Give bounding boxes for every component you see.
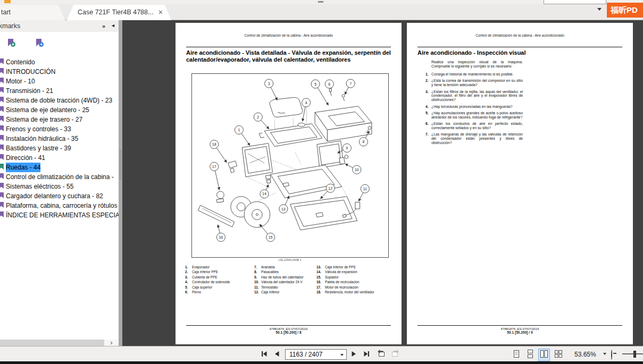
callout-15: 15	[266, 233, 275, 241]
panel-expand-icon[interactable]: »	[102, 23, 105, 29]
svg-text:6: 6	[328, 82, 330, 86]
continuous-facing-view-button[interactable]	[554, 350, 563, 360]
goto-bookmark-icon[interactable]	[36, 38, 44, 47]
toolbar-fragment-dash	[318, 1, 323, 3]
checklist-item: 6.¿Están los conductos de aire en perfec…	[425, 122, 524, 130]
continuous-view-button[interactable]	[526, 350, 535, 360]
header-rule	[417, 47, 622, 47]
bookmark-label: Sistema de eje trasero - 27	[6, 115, 82, 124]
first-page-button[interactable]	[260, 350, 268, 360]
zoom-slider[interactable]	[622, 353, 643, 354]
svg-text:16: 16	[219, 235, 223, 239]
tab-document[interactable]: Case 721F Tier4B 4788... ×	[67, 5, 171, 20]
bookmark-icon	[0, 143, 4, 153]
bookmark-item-selected[interactable]: Ruedas - 44	[0, 163, 119, 172]
panel-collapse-icon[interactable]: ◄	[111, 23, 115, 28]
zoom-out-button[interactable]	[611, 350, 612, 360]
single-page-view-button[interactable]	[512, 350, 521, 360]
bookmark-item[interactable]: Bastidores y lastre - 39	[0, 143, 119, 153]
part-entry: 17.Motor de recirculación	[316, 285, 394, 290]
cut-toolbar-strip	[0, 0, 643, 4]
figure-caption: LDL12N4L092B 1	[191, 259, 389, 261]
bookmark-icon	[0, 57, 4, 67]
bookmarks-panel: kmarks » ◄ Contenido INTRODUCCIÓN Motor …	[0, 20, 119, 346]
bookmark-label: Frenos y controles - 33	[6, 124, 71, 134]
part-entry: 5.Caja superior	[185, 285, 253, 290]
brand-button[interactable]: 福昕PD	[607, 3, 643, 18]
zoom-percent-value: 53.65%	[574, 351, 596, 358]
bookmark-item[interactable]: Sistema de doble tracción (4WD) - 23	[0, 96, 119, 105]
bookmark-item[interactable]: Cargador delantero y cuchara - 82	[0, 191, 119, 201]
facing-view-button[interactable]	[539, 349, 549, 361]
bookmark-item[interactable]: Sistema de eje delantero - 25	[0, 105, 119, 115]
bookmark-item[interactable]: Plataforma, cabina, carrocería y rótulos	[0, 201, 119, 210]
bookmark-label: Instalación hidráulica - 35	[6, 134, 78, 143]
bookmark-label: Transmisión - 21	[6, 86, 53, 96]
bookmark-item[interactable]: Transmisión - 21	[0, 86, 119, 96]
bookmark-item[interactable]: ÍNDICE DE HERRAMIENTAS ESPECIAL	[0, 210, 119, 220]
tab-close-icon[interactable]: ×	[158, 5, 163, 20]
bookmark-icon	[0, 86, 4, 96]
add-bookmark-icon[interactable]	[7, 38, 15, 47]
tab-start[interactable]: tart	[0, 5, 65, 20]
section-title: Aire acondicionado - Vista detallada - V…	[186, 49, 393, 63]
bookmark-item[interactable]: Sistema de eje trasero - 27	[0, 115, 119, 124]
chevron-down-icon[interactable]	[597, 8, 602, 11]
bookmark-label: Ruedas - 44	[6, 163, 40, 172]
bookmark-item[interactable]: Contenido	[0, 57, 119, 67]
sidebar-hscroll-right-button[interactable]: ›	[104, 340, 119, 346]
bookmark-label: Sistema de eje delantero - 25	[6, 105, 89, 115]
svg-text:11: 11	[363, 187, 367, 191]
bookmark-item[interactable]: Sistemas eléctricos - 55	[0, 182, 119, 191]
panel-scrollbar-thumb[interactable]	[119, 150, 122, 180]
zoom-dropdown-icon[interactable]	[603, 353, 606, 355]
bookmark-item[interactable]: INTRODUCCIÓN	[0, 67, 119, 77]
pdf-page-left: Control de climatización de la cabina - …	[176, 23, 402, 344]
part-entry: 12.Caja inferior	[254, 290, 317, 294]
part-entry: 14.Válvula de expansión	[316, 269, 394, 274]
chevron-down-icon[interactable]	[340, 354, 344, 356]
next-view-button[interactable]	[390, 349, 400, 360]
bookmark-label: Contenido	[6, 57, 35, 67]
sidebar-hscrollbar[interactable]	[0, 340, 104, 346]
part-entry: 1.Evaporador	[185, 265, 253, 269]
parts-legend-col3: 13.Caja inferior de PPE 14.Válvula de ex…	[316, 265, 394, 294]
last-page-button[interactable]	[363, 350, 371, 360]
bookmarks-panel-header: kmarks » ◄	[0, 22, 119, 32]
previous-view-button[interactable]	[377, 349, 386, 360]
callout-8: 8	[359, 138, 368, 146]
svg-text:5: 5	[314, 82, 316, 86]
checklist-item: 2.¿Está la correa de transmisión del com…	[425, 79, 524, 87]
zoom-slider-handle[interactable]	[633, 351, 636, 358]
search-input[interactable]	[544, 0, 606, 4]
exploded-view-diagram: 1 2 3 4 5 6 7 8 9 10 11 12 13 14 15 16 1	[192, 74, 388, 257]
footer-rule	[417, 325, 622, 326]
panel-splitter[interactable]	[119, 20, 122, 346]
bookmark-item[interactable]: Frenos y controles - 33	[0, 124, 119, 134]
part-entry: 13.Caja inferior de PPE	[316, 265, 394, 269]
callout-6: 6	[325, 80, 333, 88]
checklist-item: 3.¿Están los filtros de la rejilla, las …	[425, 90, 524, 102]
previous-page-button[interactable]	[273, 350, 280, 360]
bookmark-item[interactable]: Motor - 10	[0, 77, 119, 86]
header-rule	[186, 47, 391, 47]
next-page-button[interactable]	[351, 350, 357, 360]
callout-10: 10	[353, 165, 361, 174]
callout-7: 7	[346, 79, 355, 88]
callout-13: 13	[279, 205, 288, 213]
page-number-input[interactable]: 1163 / 2407	[285, 349, 347, 360]
bookmark-icon	[0, 172, 4, 182]
window-bottom-edge	[0, 361, 643, 364]
bookmark-label: Sistemas eléctricos - 55	[6, 182, 73, 191]
svg-text:9: 9	[346, 146, 348, 150]
bookmark-label: Plataforma, cabina, carrocería y rótulos	[6, 201, 117, 210]
bookmark-icon	[0, 182, 4, 191]
part-entry: 3.Cubierta de PPE	[185, 275, 253, 280]
svg-text:1: 1	[238, 128, 240, 132]
bookmark-item[interactable]: Dirección - 41	[0, 153, 119, 163]
tab-bar: tart Case 721F Tier4B 4788... ×	[0, 4, 643, 20]
bookmark-item[interactable]: Instalación hidráulica - 35	[0, 134, 119, 143]
bookmark-item[interactable]: Control de climatización de la cabina -	[0, 172, 119, 182]
bookmark-icon	[0, 67, 4, 77]
bookmark-label: ÍNDICE DE HERRAMIENTAS ESPECIAL	[6, 210, 119, 220]
